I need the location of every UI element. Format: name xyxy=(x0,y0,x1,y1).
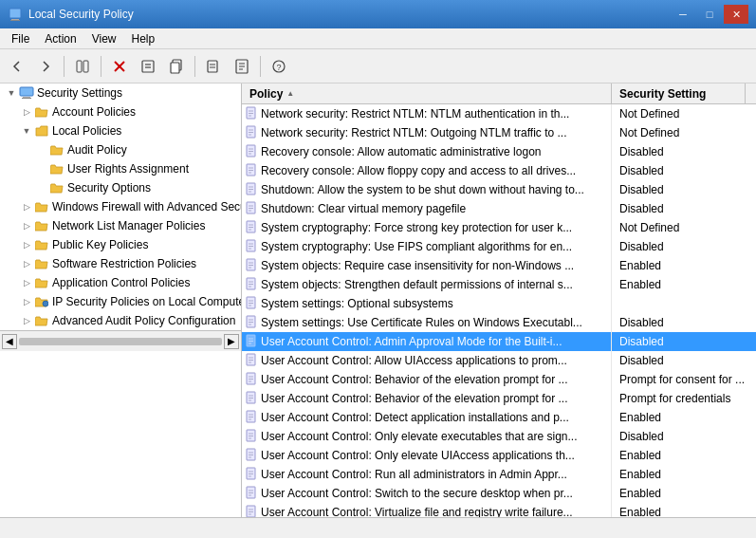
sidebar-item-windows-firewall[interactable]: ▷Windows Firewall with Advanced Secu... xyxy=(0,197,241,216)
sidebar-item-user-rights[interactable]: User Rights Assignment xyxy=(0,159,241,178)
svg-rect-7 xyxy=(142,61,154,72)
sidebar-item-security-settings[interactable]: ▼Security Settings xyxy=(0,83,241,102)
tree-label-network-list: Network List Manager Policies xyxy=(52,219,205,232)
table-row[interactable]: User Account Control: Detect application… xyxy=(242,408,756,427)
table-row[interactable]: User Account Control: Allow UIAccess app… xyxy=(242,351,756,370)
svg-rect-49 xyxy=(247,221,255,232)
cell-policy-3: Recovery console: Allow floppy copy and … xyxy=(242,161,612,180)
export-button[interactable] xyxy=(200,53,227,80)
expander-ip-security[interactable]: ▷ xyxy=(19,294,34,309)
svg-rect-77 xyxy=(247,354,255,365)
cell-policy-17: User Account Control: Only elevate execu… xyxy=(242,427,612,446)
row-icon-9 xyxy=(246,277,258,292)
table-row[interactable]: User Account Control: Only elevate UIAcc… xyxy=(242,446,756,465)
expander-local-policies[interactable]: ▼ xyxy=(19,123,34,139)
svg-rect-12 xyxy=(208,61,217,72)
sidebar-item-advanced-audit[interactable]: ▷Advanced Audit Policy Configuration xyxy=(0,311,241,330)
menu-file[interactable]: File xyxy=(4,30,37,47)
table-row[interactable]: Network security: Restrict NTLM: Outgoin… xyxy=(242,123,756,142)
copy-button[interactable] xyxy=(163,53,190,80)
expander-software-restriction[interactable]: ▷ xyxy=(19,256,34,271)
right-panel: Policy ▲ Security Setting Network securi… xyxy=(242,83,756,517)
close-button[interactable]: ✕ xyxy=(724,5,748,24)
policy-text-6: System cryptography: Force strong key pr… xyxy=(261,221,572,234)
table-row[interactable]: System settings: Use Certificate Rules o… xyxy=(242,313,756,332)
delete-button[interactable] xyxy=(106,53,133,80)
properties-button[interactable] xyxy=(135,53,161,80)
forward-button[interactable] xyxy=(32,53,59,80)
tree-icon-security-settings xyxy=(19,85,34,101)
sidebar-item-local-policies[interactable]: ▼Local Policies xyxy=(0,121,241,140)
sidebar-item-software-restriction[interactable]: ▷Software Restriction Policies xyxy=(0,254,241,273)
menu-view[interactable]: View xyxy=(84,30,124,47)
tree-icon-local-policies xyxy=(34,123,49,139)
table-header: Policy ▲ Security Setting xyxy=(242,83,756,104)
svg-rect-89 xyxy=(247,411,255,422)
table-row[interactable]: System cryptography: Use FIPS compliant … xyxy=(242,237,756,256)
expander-account-policies[interactable]: ▷ xyxy=(19,104,34,120)
table-row[interactable]: Recovery console: Allow floppy copy and … xyxy=(242,161,756,180)
sidebar-item-app-control[interactable]: ▷Application Control Policies xyxy=(0,273,241,292)
help-button[interactable]: ? xyxy=(266,53,292,80)
cell-security-8: Enabled xyxy=(612,256,756,275)
sidebar-item-network-list[interactable]: ▷Network List Manager Policies xyxy=(0,216,241,235)
expander-user-rights[interactable] xyxy=(34,161,49,176)
tree-label-advanced-audit: Advanced Audit Policy Configuration xyxy=(52,314,235,327)
policy-column-header[interactable]: Policy ▲ xyxy=(242,83,612,103)
cell-policy-11: System settings: Use Certificate Rules o… xyxy=(242,313,612,332)
table-row[interactable]: System objects: Strengthen default permi… xyxy=(242,275,756,294)
expander-security-options[interactable] xyxy=(34,180,49,195)
security-column-header[interactable]: Security Setting xyxy=(612,83,745,103)
table-row[interactable]: System cryptography: Force strong key pr… xyxy=(242,218,756,237)
expander-public-key[interactable]: ▷ xyxy=(19,237,34,252)
sidebar-item-public-key[interactable]: ▷Public Key Policies xyxy=(0,235,241,254)
cell-security-15: Prompt for credentials xyxy=(612,389,756,408)
svg-rect-29 xyxy=(247,126,255,138)
cell-security-10 xyxy=(612,294,756,313)
table-row[interactable]: User Account Control: Run all administra… xyxy=(242,465,756,484)
cell-policy-10: System settings: Optional subsystems xyxy=(242,294,612,313)
toolbar-sep-1 xyxy=(64,56,65,77)
expander-network-list[interactable]: ▷ xyxy=(19,218,34,233)
table-row[interactable]: User Account Control: Only elevate execu… xyxy=(242,427,756,446)
policy-text-3: Recovery console: Allow floppy copy and … xyxy=(261,164,576,177)
menu-help[interactable]: Help xyxy=(124,30,163,47)
table-row[interactable]: User Account Control: Behavior of the el… xyxy=(242,389,756,408)
policy-text-21: User Account Control: Virtualize file an… xyxy=(261,506,573,517)
minimize-button[interactable]: ─ xyxy=(671,5,695,24)
tree-label-software-restriction: Software Restriction Policies xyxy=(52,257,196,270)
show-hide-button[interactable] xyxy=(69,53,96,80)
expander-security-settings[interactable]: ▼ xyxy=(4,85,19,101)
back-button[interactable] xyxy=(4,53,30,80)
sidebar-item-security-options[interactable]: Security Options xyxy=(0,178,241,197)
table-row[interactable]: Recovery console: Allow automatic admini… xyxy=(242,142,756,161)
maximize-button[interactable]: □ xyxy=(697,5,722,24)
cell-policy-12: User Account Control: Admin Approval Mod… xyxy=(242,332,612,351)
table-row[interactable]: Network security: Restrict NTLM: NTLM au… xyxy=(242,104,756,123)
expander-advanced-audit[interactable]: ▷ xyxy=(19,313,34,328)
import-button[interactable] xyxy=(229,53,255,80)
scroll-right-button[interactable]: ▶ xyxy=(224,334,239,349)
policy-text-7: System cryptography: Use FIPS compliant … xyxy=(261,240,572,253)
menu-action[interactable]: Action xyxy=(37,30,83,47)
table-row[interactable]: System objects: Require case insensitivi… xyxy=(242,256,756,275)
table-row[interactable]: User Account Control: Switch to the secu… xyxy=(242,484,756,503)
sidebar-item-audit-policy[interactable]: Audit Policy xyxy=(0,140,241,159)
table-row[interactable]: User Account Control: Virtualize file an… xyxy=(242,503,756,517)
table-row[interactable]: Shutdown: Allow the system to be shut do… xyxy=(242,180,756,199)
cell-security-18: Enabled xyxy=(612,446,756,465)
expander-windows-firewall[interactable]: ▷ xyxy=(19,199,34,214)
scroll-left-button[interactable]: ◀ xyxy=(2,334,17,349)
tree-label-security-options: Security Options xyxy=(67,181,151,195)
table-row[interactable]: System settings: Optional subsystems xyxy=(242,294,756,313)
horizontal-scrollbar-thumb xyxy=(19,338,222,345)
sidebar-item-ip-security[interactable]: ▷IP Security Policies on Local Compute..… xyxy=(0,292,241,311)
policy-text-4: Shutdown: Allow the system to be shut do… xyxy=(261,183,584,196)
expander-app-control[interactable]: ▷ xyxy=(19,275,34,290)
sidebar-item-account-policies[interactable]: ▷Account Policies xyxy=(0,102,241,121)
table-row[interactable]: Shutdown: Clear virtual memory pagefileD… xyxy=(242,199,756,218)
table-row[interactable]: User Account Control: Admin Approval Mod… xyxy=(242,332,756,351)
tree-icon-network-list xyxy=(34,218,49,233)
table-row[interactable]: User Account Control: Behavior of the el… xyxy=(242,370,756,389)
expander-audit-policy[interactable] xyxy=(34,142,49,158)
